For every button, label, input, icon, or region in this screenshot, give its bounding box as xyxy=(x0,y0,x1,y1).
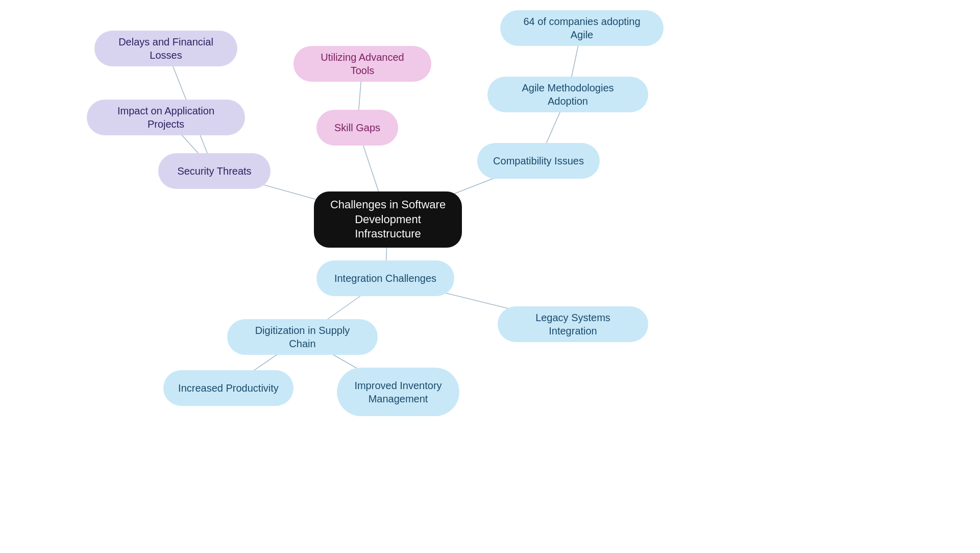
agilecount-label: 64 of companies adopting Agile xyxy=(514,15,649,41)
integration-node: Integration Challenges xyxy=(316,260,454,296)
legacy-node: Legacy Systems Integration xyxy=(498,306,648,342)
agile-label: Agile Methodologies Adoption xyxy=(502,81,634,108)
impact-node: Impact on Application Projects xyxy=(87,100,245,135)
digitization-label: Digitization in Supply Chain xyxy=(241,324,363,350)
impact-label: Impact on Application Projects xyxy=(101,104,231,131)
skillgaps-node: Skill Gaps xyxy=(316,110,398,146)
digitization-node: Digitization in Supply Chain xyxy=(227,319,378,355)
delays-label: Delays and Financial Losses xyxy=(109,35,223,62)
integration-label: Integration Challenges xyxy=(334,272,436,285)
utilizing-node: Utilizing Advanced Tools xyxy=(293,46,431,82)
inventory-label: Improved Inventory Management xyxy=(351,379,445,405)
delays-node: Delays and Financial Losses xyxy=(94,31,237,66)
agile-node: Agile Methodologies Adoption xyxy=(487,77,648,112)
legacy-label: Legacy Systems Integration xyxy=(512,311,634,338)
agilecount-node: 64 of companies adopting Agile xyxy=(500,10,664,46)
skillgaps-label: Skill Gaps xyxy=(334,121,380,134)
center-node: Challenges in Software Development Infra… xyxy=(314,191,462,248)
compat-node: Compatibility Issues xyxy=(477,143,600,179)
security-node: Security Threats xyxy=(158,153,271,189)
security-label: Security Threats xyxy=(177,164,251,178)
utilizing-label: Utilizing Advanced Tools xyxy=(308,51,417,77)
productivity-label: Increased Productivity xyxy=(178,381,279,395)
inventory-node: Improved Inventory Management xyxy=(337,368,459,416)
center-label: Challenges in Software Development Infra… xyxy=(328,198,448,242)
productivity-node: Increased Productivity xyxy=(163,370,293,406)
compat-label: Compatibility Issues xyxy=(493,154,584,167)
